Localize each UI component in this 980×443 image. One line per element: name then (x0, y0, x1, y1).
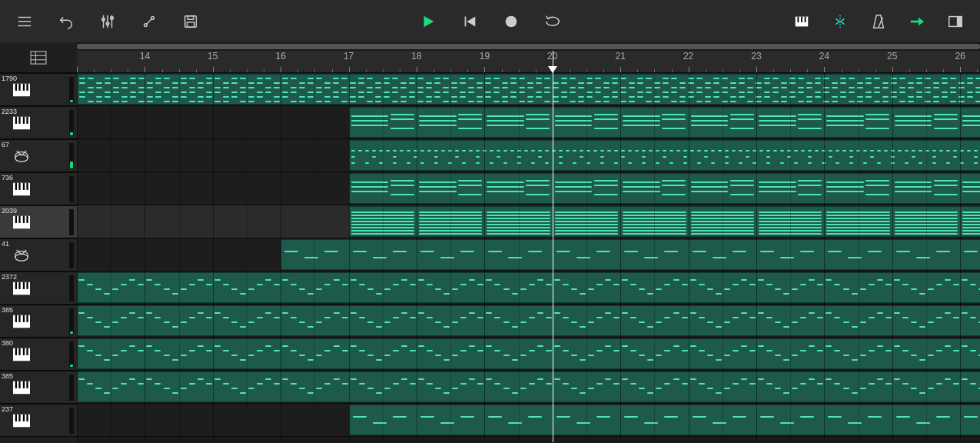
track-number: 2039 (2, 207, 17, 215)
follow-playhead-icon[interactable] (908, 12, 926, 31)
panel-toggle-icon[interactable] (946, 12, 965, 31)
midi-clip[interactable] (349, 107, 980, 138)
track-number: 736 (2, 174, 13, 182)
track-header[interactable]: 385 (0, 305, 77, 338)
midi-clip[interactable] (77, 272, 980, 303)
svg-rect-22 (805, 16, 806, 22)
timeline-ruler[interactable]: 14151617181920212223242526 (77, 42, 980, 73)
svg-rect-14 (187, 22, 194, 26)
save-icon[interactable] (181, 12, 200, 31)
metronome-icon[interactable] (869, 12, 888, 31)
track-level-meter (69, 110, 74, 136)
piano-icon (12, 314, 31, 329)
svg-rect-38 (26, 83, 28, 90)
svg-rect-13 (188, 15, 193, 19)
piano-roll-icon[interactable] (792, 12, 811, 31)
track-level-meter (69, 176, 74, 202)
track-row[interactable] (77, 371, 980, 404)
track-header-column: 17902233677362039412372385380385237 (0, 42, 77, 443)
track-level-meter (69, 143, 74, 169)
track-header[interactable]: 385 (0, 371, 77, 404)
track-row[interactable] (77, 172, 980, 205)
piano-icon (12, 380, 31, 395)
track-header[interactable]: 2233 (0, 106, 77, 139)
svg-rect-76 (15, 381, 17, 388)
svg-rect-78 (23, 381, 25, 388)
automation-icon[interactable] (140, 12, 158, 31)
svg-rect-74 (26, 348, 28, 355)
loop-button[interactable] (543, 12, 562, 31)
track-row[interactable] (77, 73, 980, 106)
svg-rect-21 (801, 16, 802, 22)
svg-rect-40 (15, 116, 17, 123)
svg-rect-29 (957, 16, 962, 26)
rewind-button[interactable] (460, 12, 479, 31)
track-header[interactable]: 2039 (0, 205, 77, 238)
piano-icon (12, 413, 31, 428)
track-row[interactable] (77, 238, 980, 271)
midi-clip[interactable] (349, 173, 980, 204)
track-row[interactable] (77, 305, 980, 338)
midi-clip[interactable] (77, 74, 980, 105)
midi-clip[interactable] (349, 206, 980, 237)
bar-label: 23 (751, 51, 761, 62)
mixer-icon[interactable] (98, 12, 117, 31)
svg-point-18 (505, 15, 517, 27)
svg-rect-30 (31, 51, 46, 63)
track-row[interactable] (77, 338, 980, 371)
svg-rect-55 (23, 215, 25, 222)
piano-icon (12, 115, 31, 131)
arrangement-area[interactable] (77, 73, 980, 443)
piano-icon (12, 347, 31, 362)
bar-label: 18 (411, 51, 421, 62)
track-number: 41 (2, 240, 9, 248)
track-header[interactable]: 67 (0, 139, 77, 172)
bar-label: 21 (616, 51, 626, 62)
track-row[interactable] (77, 106, 980, 139)
track-number: 385 (2, 306, 13, 314)
svg-rect-35 (15, 83, 17, 90)
svg-rect-83 (23, 414, 25, 421)
svg-rect-64 (26, 281, 28, 288)
track-header[interactable]: 237 (0, 404, 77, 437)
svg-rect-51 (26, 182, 28, 189)
track-header[interactable]: 736 (0, 172, 77, 205)
bar-label: 16 (276, 51, 286, 62)
track-row[interactable] (77, 271, 980, 305)
track-header[interactable]: 41 (0, 238, 77, 271)
horizontal-scrollbar[interactable] (77, 44, 980, 49)
track-level-meter (69, 242, 74, 268)
track-header[interactable]: 1790 (0, 73, 77, 106)
track-number: 2372 (2, 273, 17, 281)
play-button[interactable] (419, 12, 437, 31)
bar-label: 25 (887, 51, 897, 62)
svg-rect-69 (26, 315, 28, 321)
bar-label: 26 (955, 51, 965, 62)
drum-icon (12, 148, 31, 164)
svg-rect-49 (18, 182, 20, 189)
track-header[interactable]: 2372 (0, 271, 77, 305)
midi-clip[interactable] (281, 239, 980, 270)
midi-clip[interactable] (349, 405, 980, 435)
snap-icon[interactable] (831, 12, 849, 31)
menu-icon[interactable] (15, 12, 34, 31)
track-level-meter (69, 341, 74, 368)
svg-marker-15 (424, 15, 434, 27)
track-row[interactable] (77, 139, 980, 172)
track-row[interactable] (77, 404, 980, 437)
svg-rect-72 (18, 348, 20, 355)
midi-clip[interactable] (77, 338, 980, 369)
track-list-header[interactable] (0, 42, 77, 73)
svg-point-10 (151, 16, 154, 19)
record-button[interactable] (502, 12, 520, 31)
piano-icon (12, 215, 31, 230)
midi-clip[interactable] (349, 140, 980, 171)
svg-marker-17 (467, 16, 475, 26)
undo-icon[interactable] (57, 12, 75, 31)
track-header[interactable]: 380 (0, 338, 77, 371)
track-row[interactable] (77, 205, 980, 238)
midi-clip[interactable] (77, 305, 980, 336)
horizontal-scrollbar-track[interactable] (77, 42, 980, 51)
midi-clip[interactable] (77, 371, 980, 402)
bar-label: 19 (480, 51, 490, 62)
